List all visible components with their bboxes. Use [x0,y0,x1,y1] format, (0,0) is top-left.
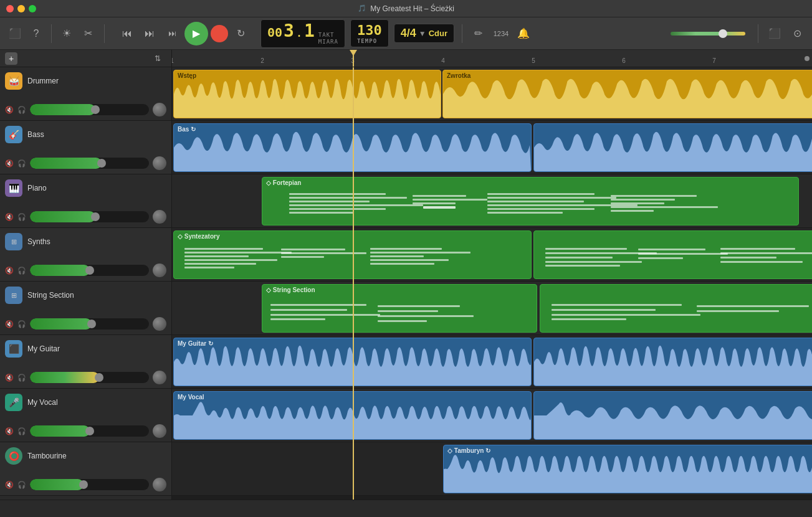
volume-thumb[interactable] [719,29,727,38]
fader-synths[interactable] [30,265,149,276]
sort-icon[interactable]: ⇅ [149,50,166,67]
region-vocal-1[interactable]: My Vocal [173,391,532,440]
pan-knob-piano[interactable] [153,210,166,224]
solo-synths[interactable]: 🎧 [17,267,26,275]
maximize-button[interactable] [29,5,36,12]
track-bottom-tambourine: 🔇 🎧 [5,478,166,491]
mute-piano[interactable]: 🔇 [5,213,14,221]
track-top-tambourine: ⭕ Tambourine [5,447,166,465]
track-row-tambourine[interactable]: ◇ Tamburyn ↻ [172,442,812,496]
pencil-icon[interactable]: ✏ [470,25,487,42]
mute-drummer[interactable]: 🔇 [5,106,14,114]
pan-knob-vocal[interactable] [153,424,166,438]
fader-piano[interactable] [30,211,149,222]
region-drummer-intro[interactable]: Wstęp [173,70,441,118]
track-row-drummer[interactable]: Wstęp Zwrotka Refren [172,67,812,121]
fader-thumb-string[interactable] [87,320,96,328]
region-vocal-middle[interactable] [533,391,812,440]
key-value: Cdur [429,29,447,38]
record-button[interactable] [211,25,228,42]
track-row-guitar[interactable]: My Guitar ↻ My Guitar ↻ [172,335,812,389]
fader-guitar[interactable] [30,372,149,383]
track-row-vocal[interactable]: My Vocal My Vocal [172,389,812,442]
mute-vocal[interactable]: 🔇 [5,427,14,435]
fast-forward-button[interactable]: ⏭ [140,24,160,44]
solo-tambourine[interactable]: 🎧 [17,481,26,489]
back-to-start-button[interactable]: ⏭ [162,24,182,44]
pan-knob-tambourine[interactable] [153,478,166,491]
play-button[interactable]: ▶ [184,22,208,45]
solo-piano[interactable]: 🎧 [17,213,26,221]
smarttempo-label[interactable]: 1234 [492,25,510,42]
mute-guitar[interactable]: 🔇 [5,374,14,382]
fader-vocal[interactable] [30,425,149,437]
pan-knob-bass[interactable] [153,156,166,170]
region-guitar-1[interactable]: My Guitar ↻ [173,338,532,386]
volume-slider[interactable] [671,32,745,36]
fader-thumb-piano[interactable] [91,212,100,221]
editors-icon[interactable]: ✂ [79,25,97,42]
pan-knob-string[interactable] [153,317,166,331]
fader-thumb-guitar[interactable] [95,373,103,382]
fader-fill-synths [30,265,90,276]
close-button[interactable] [6,5,14,12]
track-name-tambourine: Tambourine [27,452,67,460]
browser-icon[interactable]: ⊙ [788,25,806,42]
waveform-bass-1 [174,124,531,171]
region-synths-middle[interactable] [533,230,812,279]
mute-bass[interactable]: 🔇 [5,159,14,168]
solo-drummer[interactable]: 🎧 [17,106,26,114]
region-label-bass-1: Bas ↻ [178,126,196,133]
fader-thumb-tambourine[interactable] [79,480,88,489]
region-guitar-middle[interactable] [533,338,812,386]
tempo-display[interactable]: 130 TEMPO [350,19,389,47]
solo-vocal[interactable]: 🎧 [17,427,26,435]
solo-string[interactable]: 🎧 [17,320,26,328]
window-title-container: 🎵 My Greatest Hit – Ścieżki [358,4,454,13]
solo-guitar[interactable]: 🎧 [17,374,26,382]
track-top-bass: 🎸 Bass [5,126,166,143]
mute-tambourine[interactable]: 🔇 [5,481,14,489]
fader-bass[interactable] [30,158,149,169]
mute-synths[interactable]: 🔇 [5,267,14,275]
solo-bass[interactable]: 🎧 [17,159,26,168]
help-icon[interactable]: ? [27,25,45,42]
minimize-button[interactable] [17,5,25,12]
mixer-icon[interactable]: ⬛ [766,25,783,42]
region-string-2[interactable] [540,284,812,333]
midi-notes-string [262,295,537,332]
track-row-string[interactable]: ◇ String Section [172,282,812,335]
fader-drummer[interactable] [30,104,149,115]
track-name-bass: Bass [27,130,44,139]
fader-string[interactable] [30,318,149,330]
pan-knob-synths[interactable] [153,263,166,277]
region-tambourine[interactable]: ◇ Tamburyn ↻ [443,445,812,493]
add-track-button[interactable]: + [5,52,17,65]
window-controls[interactable] [6,5,36,12]
rewind-button[interactable]: ⏮ [117,24,137,44]
region-drummer-verse[interactable]: Zwrotka [442,70,812,118]
library-icon[interactable]: ⬛ [6,25,24,42]
fader-tambourine[interactable] [30,479,149,490]
loop-button[interactable]: ↻ [231,24,251,44]
time-sig-display[interactable]: 4/4 ▼ Cdur [394,24,454,43]
region-string[interactable]: ◇ String Section [262,284,537,333]
fader-thumb-vocal[interactable] [85,427,94,435]
fader-thumb-bass[interactable] [97,159,106,168]
track-row-piano[interactable]: ◇ Fortepian [172,174,812,228]
fader-thumb-drummer[interactable] [91,105,100,114]
mute-string[interactable]: 🔇 [5,320,14,328]
track-row-bass[interactable]: Bas ↻ Bas ↻ [172,121,812,174]
region-piano[interactable]: ◇ Fortepian [262,177,799,225]
pan-knob-drummer[interactable] [153,103,166,116]
smart-controls-icon[interactable]: ☀ [58,25,75,42]
region-synths-1[interactable]: ◇ Syntezatory [173,230,532,279]
fader-thumb-synths[interactable] [85,266,94,275]
pan-knob-guitar[interactable] [153,371,166,384]
region-bass-middle[interactable] [533,123,812,172]
region-bass-1[interactable]: Bas ↻ [173,123,532,172]
metronome-icon[interactable]: 🔔 [515,25,532,42]
time-sig-arrow: ▼ [419,29,426,38]
track-row-synths[interactable]: ◇ Syntezatory [172,228,812,282]
title-icon: 🎵 [358,4,366,12]
